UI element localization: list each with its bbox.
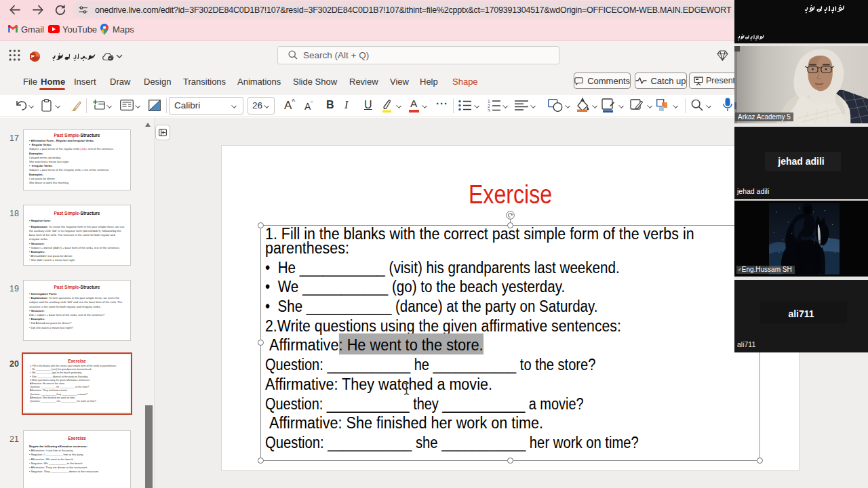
svg-text:1: 1 xyxy=(488,99,490,104)
svg-text:P: P xyxy=(31,54,35,60)
svg-text:3: 3 xyxy=(488,108,490,113)
